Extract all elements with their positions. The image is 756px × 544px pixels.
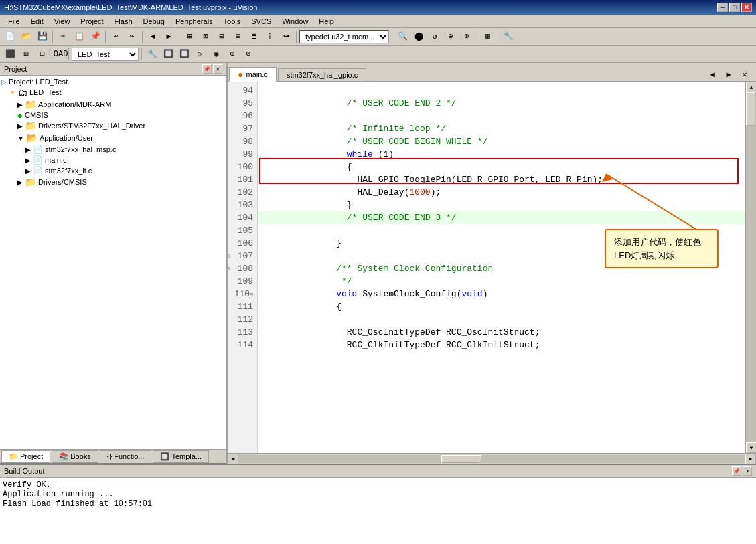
tb-btn7[interactable]: ⊟ — [214, 30, 229, 43]
tab-books[interactable]: 📚 Books — [52, 450, 98, 463]
tb-btn11[interactable]: ⊶ — [279, 30, 293, 43]
v-scroll-thumb[interactable] — [746, 92, 755, 126]
menu-view[interactable]: View — [49, 16, 76, 27]
v-scroll-track[interactable] — [746, 92, 756, 442]
tb-btn8[interactable]: ≡ — [230, 30, 245, 43]
scroll-right-button[interactable]: ▶ — [745, 454, 756, 464]
tb-btn12[interactable]: 🔍 — [395, 30, 410, 43]
tree-stm32-it[interactable]: ▶ 📄 stm32f7xx_it.c — [1, 165, 225, 176]
menu-edit[interactable]: Edit — [25, 16, 49, 27]
tb2-btn9[interactable]: ◉ — [209, 48, 224, 61]
tb-btn9[interactable]: ≣ — [246, 30, 261, 43]
menu-tools[interactable]: Tools — [218, 16, 246, 27]
tree-cmsis[interactable]: ◆ CMSIS — [1, 110, 225, 120]
tb-btn5[interactable]: ⊞ — [182, 30, 197, 43]
tree-led-test[interactable]: ▼ 🗂 LED_Test — [1, 86, 225, 98]
tb-btn18[interactable]: 🔧 — [501, 30, 516, 43]
toolbar2: ⬛ ⊞ ⊟ LOAD LED_Test 🔧 🔲 🔲 ▷ ◉ ⊕ ⊘ — [0, 46, 756, 63]
tb2-btn6[interactable]: 🔲 — [161, 48, 175, 61]
tree-main-c[interactable]: ▶ 📄 main.c — [1, 155, 225, 165]
tree-drivers-cmsis[interactable]: ▶ 📁 Drivers/CMSIS — [1, 176, 225, 188]
menu-window[interactable]: Window — [277, 16, 313, 27]
tb-btn16[interactable]: ⊗ — [459, 30, 474, 43]
tb-btn10[interactable]: ⁞ — [262, 30, 277, 43]
ln-111: 111 — [228, 300, 257, 313]
tree-hal-msp[interactable]: ▶ 📄 stm32f7xx_hal_msp.c — [1, 144, 225, 155]
tb-btn15[interactable]: ⊕ — [443, 30, 458, 43]
tree-project-root[interactable]: ▷ Project: LED_Test — [1, 77, 225, 86]
typedef-dropdown[interactable]: typedef u32_t mem... — [299, 30, 389, 43]
new-button[interactable]: 📄 — [3, 30, 17, 43]
build-title: Build Output — [4, 467, 45, 475]
tb2-btn10[interactable]: ⊕ — [225, 48, 240, 61]
tab-project[interactable]: 📁 Project — [1, 450, 50, 463]
tree-drivers-hal[interactable]: ▶ 📁 Drivers/STM32F7xx_HAL_Driver — [1, 120, 225, 132]
menu-flash[interactable]: Flash — [109, 16, 138, 27]
editor-area: ● main.c stm32f7xx_hal_gpio.c ◀ ▶ ✕ 94 — [228, 63, 756, 464]
tb2-btn11[interactable]: ⊘ — [241, 48, 256, 61]
h-scroll-thumb[interactable] — [441, 455, 481, 463]
tb2-btn3[interactable]: ⊟ — [35, 48, 50, 61]
build-close-button[interactable]: ✕ — [743, 466, 752, 476]
menu-file[interactable]: File — [3, 16, 25, 27]
redo-button[interactable]: ↷ — [125, 30, 139, 43]
ln-101: 101 — [228, 173, 257, 186]
scroll-up-button[interactable]: ▲ — [746, 82, 756, 92]
tab-scroll-left[interactable]: ◀ — [705, 68, 720, 81]
pin-button[interactable]: 📌 — [202, 64, 212, 74]
tab-project-label: Project — [20, 452, 43, 460]
tree-app-mdk[interactable]: ▶ 📁 Application/MDK-ARM — [1, 98, 225, 110]
tb-btn13[interactable]: ⬤ — [411, 30, 426, 43]
close-panel-button[interactable]: ✕ — [213, 64, 222, 74]
tab-gpio[interactable]: stm32f7xx_hal_gpio.c — [278, 68, 366, 81]
ln-98: 98 — [228, 135, 257, 148]
paste-button[interactable]: 📌 — [88, 30, 102, 43]
menu-help[interactable]: Help — [313, 16, 339, 27]
build-header-controls: 📌 ✕ — [732, 466, 752, 476]
code-lines[interactable]: /* USER CODE END 2 */ /* Infinite loop *… — [258, 82, 745, 453]
code-editor[interactable]: 94 95 96 97 98 99 100 101 102 103 104 10… — [228, 82, 756, 453]
build-line-2: Application running ... — [3, 490, 753, 499]
menu-bar: File Edit View Project Flash Debug Perip… — [0, 15, 756, 28]
tree-app-user[interactable]: ▼ 📂 Application/User — [1, 132, 225, 144]
tb-btn6[interactable]: ⊠ — [198, 30, 213, 43]
minimize-button[interactable]: ─ — [717, 3, 728, 12]
copy-button[interactable]: 📋 — [72, 30, 86, 43]
h-scroll-track[interactable] — [238, 455, 745, 463]
scroll-left-button[interactable]: ◀ — [228, 454, 238, 464]
tab-functions[interactable]: {} Functio... — [100, 450, 152, 462]
ln-106: 106 — [228, 237, 257, 250]
maximize-button[interactable]: □ — [729, 3, 740, 12]
drivers-cmsis-folder-icon: 📁 — [25, 177, 36, 187]
menu-svcs[interactable]: SVCS — [246, 16, 277, 27]
menu-project[interactable]: Project — [75, 16, 108, 27]
cut-button[interactable]: ✂ — [56, 30, 70, 43]
nav-fwd[interactable]: ▶ — [161, 30, 176, 43]
tb2-btn8[interactable]: ▷ — [193, 48, 208, 61]
menu-peripherals[interactable]: Peripherals — [170, 16, 218, 27]
menu-debug[interactable]: Debug — [138, 16, 170, 27]
tb2-btn4[interactable]: LOAD — [51, 48, 66, 61]
ln-94: 94 — [228, 84, 257, 97]
scroll-down-button[interactable]: ▼ — [746, 442, 756, 453]
tb2-btn1[interactable]: ⬛ — [3, 48, 17, 61]
tab-functions-icon: {} — [107, 452, 112, 460]
tb-btn14[interactable]: ↺ — [427, 30, 442, 43]
tb2-btn7[interactable]: 🔲 — [177, 48, 192, 61]
target-dropdown[interactable]: LED_Test — [72, 48, 139, 61]
title-bar: H:\STM32CubeMX\example\LED_Test\MDK-ARM\… — [0, 0, 756, 15]
tab-template[interactable]: 🔲 Templa... — [153, 450, 209, 463]
tb2-btn5[interactable]: 🔧 — [145, 48, 159, 61]
build-pin-button[interactable]: 📌 — [732, 466, 741, 476]
open-button[interactable]: 📂 — [19, 30, 33, 43]
close-button[interactable]: ✕ — [741, 3, 752, 12]
tb-btn17[interactable]: ▦ — [480, 30, 495, 43]
tab-main-c[interactable]: ● main.c — [229, 67, 277, 82]
tab-scroll-right[interactable]: ▶ — [721, 68, 736, 81]
undo-button[interactable]: ↶ — [108, 30, 123, 43]
save-button[interactable]: 💾 — [35, 30, 50, 43]
tb2-btn2[interactable]: ⊞ — [19, 48, 33, 61]
nav-back[interactable]: ◀ — [145, 30, 160, 43]
ln-114: 114 — [228, 339, 257, 351]
tab-close[interactable]: ✕ — [737, 68, 752, 81]
